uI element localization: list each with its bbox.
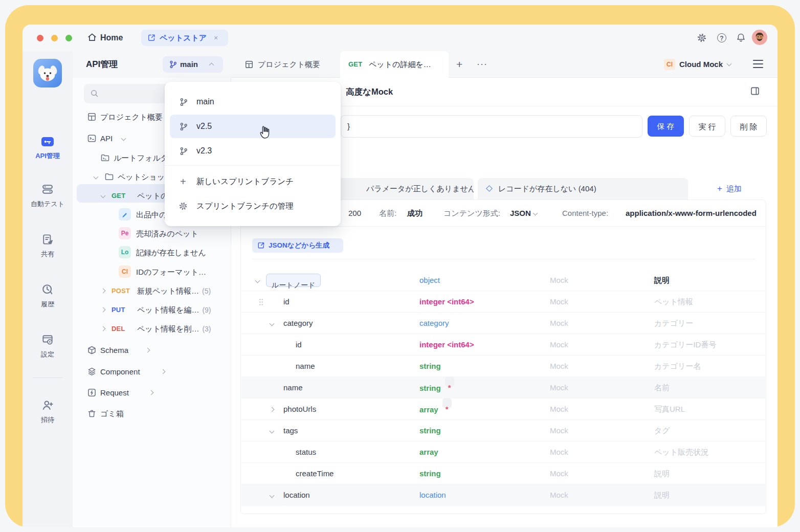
tree-item-mock-idformat[interactable]: Cl IDのフォーマット… — [73, 262, 231, 281]
schema-row-createtime[interactable]: createTime string Mock 説明 — [241, 463, 765, 484]
format-select[interactable]: JSON — [510, 200, 531, 227]
save-button[interactable]: 保存 — [648, 116, 684, 137]
mock-placeholder[interactable]: Mock — [550, 441, 568, 463]
traffic-close-button[interactable] — [37, 35, 43, 41]
schema-row-photourls[interactable]: photoUrls array* Mock 写真URL — [241, 398, 765, 420]
field-name: location — [283, 484, 310, 506]
field-type: string — [419, 356, 441, 377]
field-description[interactable]: 説明 — [654, 484, 670, 506]
traffic-zoom-button[interactable] — [65, 35, 72, 41]
tree-item-trash[interactable]: ゴミ箱 — [73, 404, 231, 423]
sidebar-item-share[interactable]: 共有 — [23, 233, 73, 259]
schema-row-category[interactable]: category category Mock カテゴリー — [241, 313, 765, 334]
field-description[interactable]: カテゴリーID番号 — [654, 334, 716, 356]
field-description[interactable]: カテゴリー — [654, 313, 693, 334]
menu-item-new-branch[interactable]: + 新しいスプリントブランチ — [170, 170, 336, 193]
tree-item-mock-sold[interactable]: Pe 売却済みのペット — [73, 224, 231, 243]
avatar[interactable] — [752, 30, 767, 45]
menu-item-manage-branches[interactable]: スプリントブランチの管理 — [170, 194, 336, 218]
delete-button[interactable]: 削除 — [730, 116, 767, 137]
mock-path-input[interactable]: } — [341, 115, 642, 138]
cloud-mock-selector[interactable]: Cl Cloud Mock — [664, 56, 749, 73]
mock-placeholder[interactable]: Mock — [550, 334, 568, 356]
mock-placeholder[interactable]: Mock — [550, 420, 568, 441]
field-type: string — [419, 463, 441, 484]
tree-item-post-newpet[interactable]: POST 新規ペット情報…(5) — [73, 281, 231, 300]
menu-item-v2-5[interactable]: v2.5 — [170, 115, 336, 138]
auto-test-icon — [41, 183, 54, 195]
mock-placeholder[interactable]: Mock — [550, 398, 568, 420]
folder-icon — [104, 172, 114, 182]
sidebar-item-api[interactable]: API管理 — [23, 136, 73, 161]
mock-placeholder[interactable]: Mock — [550, 291, 568, 313]
run-button[interactable]: 実行 — [689, 116, 725, 137]
cl-badge: Cl — [119, 265, 131, 278]
drag-handle[interactable] — [259, 298, 263, 306]
menu-hamburger-icon[interactable] — [753, 60, 763, 69]
gear-icon[interactable] — [697, 33, 707, 43]
field-type-link[interactable]: category — [419, 313, 449, 334]
tree-item-mock-norecord[interactable]: Lo 記録が存在しません — [73, 243, 231, 262]
method-label: DEL — [112, 319, 125, 338]
generate-from-json-button[interactable]: JSONなどから生成 — [252, 238, 343, 253]
tree-item-del-deletepet[interactable]: DEL ペット情報を削…(3) — [73, 319, 231, 338]
menu-item-label: v2.5 — [196, 115, 212, 138]
field-description[interactable]: 名前 — [654, 377, 670, 398]
api-icon — [87, 134, 97, 143]
field-description[interactable]: 写真URL — [654, 398, 685, 420]
branch-dropdown-menu: main v2.5 v2.3 + 新しいスプリントブランチ スプリントブランチの… — [165, 82, 341, 226]
mock-placeholder[interactable]: Mock — [550, 463, 568, 484]
field-type-link[interactable]: location — [419, 484, 446, 506]
schema-row-location[interactable]: location location Mock 説明 — [241, 484, 765, 506]
response-tab-add[interactable]: + 追加 — [692, 178, 766, 199]
divider — [252, 259, 755, 259]
tab-project-overview[interactable]: プロジェクト概要 — [258, 51, 320, 78]
project-logo[interactable] — [33, 59, 62, 87]
schema-row-name[interactable]: name string* Mock 名前 — [241, 377, 765, 398]
tree-item-schema[interactable]: Schema — [73, 341, 231, 360]
tree-panel-header: API管理 main — [73, 51, 231, 78]
mock-placeholder[interactable]: Mock — [550, 377, 568, 398]
sidebar-item-history[interactable]: 履歴 — [23, 283, 73, 309]
tab-more-button[interactable]: ··· — [477, 51, 487, 77]
field-description[interactable]: ペット販売状況 — [654, 441, 708, 463]
mock-placeholder[interactable]: Mock — [550, 313, 568, 334]
sidebar-item-invite[interactable]: 招待 — [23, 399, 73, 425]
help-icon[interactable]: ? — [717, 33, 726, 42]
project-tab[interactable]: ペットストア × — [141, 30, 228, 46]
branch-selector[interactable]: main — [163, 56, 223, 73]
method-label: GET — [348, 51, 362, 78]
bell-icon[interactable] — [736, 32, 746, 43]
schema-row-root[interactable]: ルートノード object Mock 説明 — [241, 270, 765, 291]
response-tab-404[interactable]: レコードが存在しない (404) — [478, 178, 688, 199]
traffic-minimize-button[interactable] — [51, 35, 58, 41]
field-description[interactable]: ペット情報 — [654, 291, 693, 313]
schema-row-id[interactable]: id integer <int64> Mock ペット情報 — [241, 291, 765, 313]
sidebar-item-settings[interactable]: 設定 — [23, 334, 73, 359]
field-description[interactable]: タグ — [654, 420, 670, 441]
field-description[interactable]: 説明 — [654, 463, 670, 484]
mock-placeholder[interactable]: Mock — [550, 356, 568, 377]
root-node-tag[interactable]: ルートノード — [266, 274, 321, 287]
menu-item-v2-3[interactable]: v2.3 — [170, 139, 336, 163]
menu-item-main[interactable]: main — [170, 90, 336, 114]
app-window: Home ペットストア × ? — [23, 25, 777, 527]
schema-row-status[interactable]: status array Mock ペット販売状況 — [241, 441, 765, 463]
schema-row-category-id[interactable]: id integer <int64> Mock カテゴリーID番号 — [241, 334, 765, 356]
sidebar-item-label: 招待 — [23, 415, 73, 425]
tab-active-get-pet-detail[interactable]: GET ペットの詳細を… — [340, 51, 449, 78]
panel-toggle-icon[interactable] — [750, 86, 760, 96]
tree-item-component[interactable]: Component — [73, 362, 231, 381]
schema-row-tags[interactable]: tags string Mock タグ — [241, 420, 765, 441]
home-button[interactable]: Home — [100, 25, 123, 51]
tree-item-put-editpet[interactable]: PUT ペット情報を編…(9) — [73, 300, 231, 319]
new-tab-button[interactable]: + — [456, 51, 462, 78]
field-description[interactable]: カテゴリー名 — [654, 356, 701, 377]
field-name: id — [283, 291, 290, 313]
tree-item-request[interactable]: Request — [73, 383, 231, 402]
sidebar-item-autotest[interactable]: 自動テスト — [23, 183, 73, 209]
chevron-right-icon — [161, 369, 166, 374]
schema-row-category-name[interactable]: name string Mock カテゴリー名 — [241, 356, 765, 377]
project-tab-close-icon[interactable]: × — [214, 30, 218, 46]
mock-placeholder[interactable]: Mock — [550, 484, 568, 506]
